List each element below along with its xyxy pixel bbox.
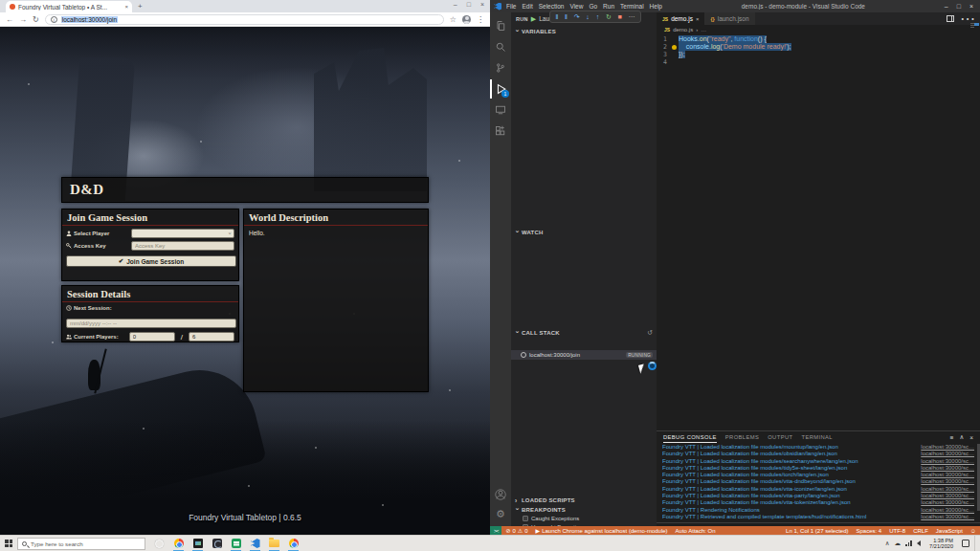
console-source-link[interactable]: localhost:30000/sc… (921, 444, 974, 451)
panel-tab-output[interactable]: OUTPUT (768, 431, 792, 443)
remote-explorer-icon[interactable] (490, 100, 511, 120)
call-stack-session-row[interactable]: localhost:30000/join RUNNING (511, 350, 657, 360)
console-source-link[interactable]: localhost:30000/sc… (921, 478, 974, 485)
step-out-icon[interactable]: ↑ (596, 11, 600, 22)
restart-frame-icon[interactable]: ↺ (647, 329, 653, 337)
console-source-link[interactable]: localhost:30000/sc… (921, 486, 974, 493)
checkbox-icon[interactable] (523, 516, 528, 521)
taskbar-file-explorer-icon[interactable] (268, 537, 280, 551)
code-line[interactable]: 3}); (657, 51, 963, 58)
taskbar-search-box[interactable]: Type here to search (17, 538, 145, 550)
indent-status[interactable]: Spaces: 4 (852, 528, 885, 534)
bookmark-star-icon[interactable]: ☆ (450, 15, 457, 24)
variables-section-header[interactable]: › VARIABLES (511, 27, 657, 36)
action-center-icon[interactable] (962, 540, 969, 547)
menu-run[interactable]: Run (603, 3, 614, 10)
step-into-icon[interactable]: ↓ (586, 11, 590, 22)
menu-file[interactable]: File (506, 3, 516, 10)
taskbar-dark-app-icon[interactable] (211, 537, 223, 551)
launch-status[interactable]: ▶ Launch Chrome against localhost (demo-… (532, 527, 672, 534)
pause-icon[interactable]: ‖ (565, 11, 568, 22)
access-key-input[interactable] (131, 241, 234, 251)
explorer-icon[interactable] (490, 16, 511, 35)
console-source-link[interactable]: localhost:30000/sc… (921, 451, 974, 457)
maximize-icon[interactable]: □ (957, 3, 961, 10)
loaded-scripts-section-header[interactable]: › LOADED SCRIPTS (511, 496, 657, 505)
debug-console-output[interactable]: Foundry VTT | Loaded localization file m… (657, 444, 980, 520)
close-tab-icon[interactable]: × (696, 16, 700, 22)
console-source-link[interactable]: localhost:30000/sc… (921, 493, 974, 499)
browser-tab[interactable]: Foundry Virtual Tabletop • A St... × (6, 1, 132, 12)
menu-view[interactable]: View (569, 3, 583, 10)
players-max-input[interactable] (189, 332, 234, 342)
remote-indicator[interactable]: >< (490, 526, 501, 535)
console-source-link[interactable]: localhost:30000/sc… (921, 514, 974, 520)
onedrive-cloud-icon[interactable]: ☁ (895, 540, 902, 547)
filter-icon[interactable]: ≡ (950, 434, 954, 441)
maximize-icon[interactable]: □ (467, 1, 471, 8)
minimap[interactable] (969, 12, 980, 65)
code-line[interactable]: 2 console.log('Demo module ready!'); (657, 43, 963, 51)
menu-selection[interactable]: Selection (539, 3, 565, 10)
search-icon[interactable] (490, 37, 511, 56)
collapse-panel-icon[interactable]: ∧ (959, 433, 964, 441)
panel-tab-terminal[interactable]: TERMINAL (801, 431, 833, 443)
code-line[interactable]: 1Hooks.on("ready", function() { (657, 35, 963, 43)
restart-icon[interactable]: ↻ (606, 11, 612, 22)
menu-edit[interactable]: Edit (522, 3, 532, 10)
taskbar-photos-icon[interactable] (191, 537, 204, 551)
taskbar-cortana-icon[interactable] (153, 537, 166, 551)
minimize-icon[interactable]: – (454, 1, 457, 8)
tab-demo-js[interactable]: JS demo.js × (657, 12, 704, 25)
menu-help[interactable]: Help (650, 3, 662, 10)
players-current-input[interactable] (129, 332, 175, 342)
console-source-link[interactable]: localhost:30000/sc… (921, 499, 974, 506)
network-icon[interactable] (905, 540, 912, 546)
menu-terminal[interactable]: Terminal (620, 3, 644, 10)
watch-section-header[interactable]: › WATCH (511, 228, 657, 237)
back-icon[interactable]: ← (6, 15, 13, 24)
taskbar-green-app-icon[interactable] (230, 537, 242, 551)
site-info-icon[interactable]: i (51, 16, 57, 23)
tab-launch-json[interactable]: {} launch.json (704, 12, 754, 25)
url-text[interactable]: localhost:30000/join (61, 16, 118, 23)
forward-icon[interactable]: → (19, 15, 27, 24)
browser-menu-icon[interactable]: ⋮ (477, 15, 484, 24)
join-game-button[interactable]: ✔ Join Game Session (66, 255, 236, 267)
taskbar-clock[interactable]: 1:38 PM 7/21/2020 (925, 538, 957, 550)
stop-icon[interactable]: ■ (618, 11, 622, 22)
close-panel-icon[interactable]: × (969, 434, 973, 441)
volume-icon[interactable] (917, 540, 921, 546)
step-over-icon[interactable]: ↷ (574, 11, 580, 22)
taskbar-chrome-icon[interactable] (172, 537, 185, 551)
split-editor-icon[interactable] (947, 15, 954, 22)
tab-close-icon[interactable]: × (124, 4, 128, 10)
call-stack-section-header[interactable]: › CALL STACK ↺ (511, 328, 657, 338)
show-desktop-button[interactable] (974, 536, 977, 551)
lightbulb-icon[interactable] (672, 45, 677, 50)
breakpoint-item[interactable]: Caught Exceptions (511, 514, 657, 522)
console-source-link[interactable]: localhost:30000/sc… (921, 507, 974, 514)
encoding-status[interactable]: UTF-8 (885, 528, 909, 534)
panel-tab-debug-console[interactable]: DEBUG CONSOLE (663, 431, 717, 443)
problems-status[interactable]: ⊘0 ⚠0 (501, 527, 531, 534)
reload-icon[interactable]: ↻ (33, 15, 39, 24)
settings-gear-icon[interactable]: ⚙ (490, 504, 511, 523)
address-bar[interactable]: i localhost:30000/join (45, 14, 444, 25)
select-player-dropdown[interactable]: › (131, 229, 234, 238)
menu-go[interactable]: Go (589, 3, 597, 10)
panel-tab-problems[interactable]: PROBLEMS (725, 431, 759, 443)
close-icon[interactable]: × (480, 1, 484, 8)
account-icon[interactable] (490, 485, 511, 504)
language-status[interactable]: JavaScript (932, 528, 967, 534)
more-debug-actions-icon[interactable]: ⋯ (629, 11, 635, 22)
console-source-link[interactable]: localhost:30000/sc… (921, 458, 974, 465)
cursor-position-status[interactable]: Ln 1, Col 1 (27 selected) (782, 528, 852, 534)
minimize-icon[interactable]: – (945, 3, 948, 10)
run-debug-icon[interactable]: 1 (490, 79, 511, 99)
start-debug-icon[interactable]: ▶ (531, 15, 536, 23)
new-tab-button[interactable]: + (138, 3, 143, 11)
close-icon[interactable]: × (969, 3, 973, 10)
auto-attach-status[interactable]: Auto Attach: On (672, 528, 720, 534)
taskbar-vscode-icon[interactable] (249, 537, 261, 551)
